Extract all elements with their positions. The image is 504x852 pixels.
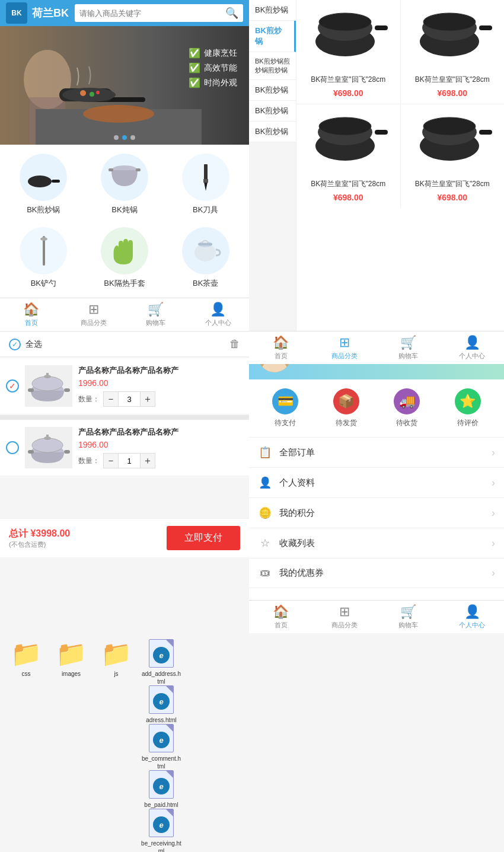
qty-input-0[interactable]: [119, 391, 140, 407]
product-card-0[interactable]: BK荷兰皇室"回飞"28cm ¥698.00: [296, 0, 400, 104]
svg-rect-33: [479, 25, 492, 30]
sidebar-item-1[interactable]: BK煎炒锅: [249, 21, 296, 52]
category-knife[interactable]: BK刀具: [182, 154, 229, 215]
file-0[interactable]: e add_address.html: [141, 639, 181, 685]
favorites-icon: ☆: [258, 537, 272, 550]
banner-dot-2[interactable]: [122, 135, 127, 140]
pnav-home[interactable]: 🏠 首页: [249, 331, 313, 364]
cart-bottom: 总计 ¥3998.00 (不包含运费) 立即支付: [0, 518, 249, 557]
file-3[interactable]: e be_paid.html: [141, 770, 181, 809]
file-css[interactable]: 📁 css: [6, 639, 46, 852]
file-4[interactable]: e be_receiving.html: [141, 809, 181, 852]
file-items-container: e add_address.html e adress.html e be_co…: [141, 639, 181, 852]
category-glove[interactable]: BK隔热手套: [101, 227, 148, 289]
file-js[interactable]: 📁 js: [96, 639, 136, 852]
svg-point-58: [32, 438, 63, 452]
svg-point-52: [32, 376, 63, 391]
product-card-2[interactable]: BK荷兰皇室"回飞"28cm ¥698.00: [296, 104, 400, 208]
favorites-label: 收藏列表: [279, 538, 492, 549]
banner-dot-3[interactable]: [130, 135, 135, 140]
cart-item-0: ✓ 产品名称产品名称产品名称产 1996.00 数量： －: [0, 358, 249, 414]
nav-category[interactable]: ⊞ 商品分类: [62, 298, 125, 331]
qty-input-1[interactable]: [119, 453, 140, 468]
cart-product-price-0: 1996.00: [78, 378, 243, 388]
cart-checkbox-1[interactable]: [6, 441, 19, 454]
cat-label-pot: BK炖锅: [111, 205, 137, 215]
category-pot[interactable]: BK炖锅: [101, 154, 148, 215]
product-card-1[interactable]: BK荷兰皇室"回飞"28cm ¥698.00: [401, 0, 505, 104]
nav-profile[interactable]: 👤 个人中心: [187, 298, 249, 331]
nav-cart[interactable]: 🛒 购物车: [125, 298, 187, 331]
order-pending-ship[interactable]: 📦 待发货: [316, 388, 377, 428]
cart-product-price-1: 1996.00: [78, 440, 243, 449]
product-name-3: BK荷兰皇室"回飞"28cm: [415, 179, 490, 189]
svg-rect-18: [203, 179, 208, 183]
pnav-profile[interactable]: 👤 个人中心: [441, 331, 505, 364]
pot-icon: [107, 161, 142, 194]
pending-review-icon: ⭐: [455, 388, 481, 414]
order-pending-receive[interactable]: 🚚 待收货: [377, 388, 438, 428]
personal-nav-category[interactable]: ⊞ 商品分类: [313, 601, 377, 633]
product-img-2: [307, 110, 390, 175]
pnav-profile-icon: 👤: [464, 335, 480, 350]
sidebar-item-0[interactable]: BK煎炒锅: [249, 0, 296, 21]
pay-button[interactable]: 立即支付: [167, 526, 240, 550]
html-file-icon-1: e: [147, 685, 176, 714]
menu-coupons[interactable]: 🎟 我的优惠券 ›: [249, 559, 504, 588]
file-images[interactable]: 📁 images: [51, 639, 91, 852]
file-js-label: js: [114, 670, 118, 678]
folder-images-icon: 📁: [57, 639, 85, 668]
nav-home[interactable]: 🏠 首页: [0, 298, 62, 331]
profile-icon: 👤: [210, 302, 226, 317]
cat-circle-spatula: [20, 227, 67, 275]
product-img-3: [411, 110, 494, 175]
file-1[interactable]: e adress.html: [141, 685, 181, 724]
search-bar[interactable]: 🔍: [75, 4, 243, 22]
product-card-3[interactable]: BK荷兰皇室"回飞"28cm ¥698.00: [401, 104, 505, 208]
html-file-icon-2: e: [147, 724, 176, 752]
pnav-category[interactable]: ⊞ 商品分类: [313, 331, 377, 364]
personal-nav-cart[interactable]: 🛒 购物车: [377, 601, 441, 633]
sidebar-item-5[interactable]: BK煎炒锅: [249, 122, 296, 142]
menu-all-orders[interactable]: 📋 全部订单 ›: [249, 438, 504, 468]
qty-plus-0[interactable]: ＋: [140, 391, 155, 407]
menu-points[interactable]: 🪙 我的积分 ›: [249, 498, 504, 528]
qty-minus-1[interactable]: －: [103, 453, 119, 468]
sidebar-item-4[interactable]: BK煎炒锅: [249, 101, 296, 122]
order-pending-review[interactable]: ⭐ 待评价: [438, 388, 499, 428]
pending-receive-icon: 🚚: [394, 388, 420, 414]
svg-point-9: [90, 92, 94, 97]
svg-point-10: [96, 91, 100, 94]
profile-label: 个人资料: [279, 477, 492, 489]
menu-profile[interactable]: 👤 个人资料 ›: [249, 468, 504, 498]
product-panel: BK煎炒锅 BK煎炒锅 BK煎炒锅煎炒锅煎炒锅 BK煎炒锅 BK煎炒锅 BK煎炒…: [249, 0, 504, 331]
svg-rect-15: [136, 168, 141, 171]
personal-nav-profile[interactable]: 👤 个人中心: [441, 601, 505, 633]
delete-icon[interactable]: 🗑: [229, 338, 240, 350]
search-input[interactable]: [79, 9, 225, 18]
cart-qty-0: 数量： － ＋: [78, 391, 243, 407]
product-price-2: ¥698.00: [333, 193, 363, 202]
category-pan[interactable]: BK煎炒锅: [20, 154, 67, 215]
file-2[interactable]: e be_comment.html: [141, 724, 181, 770]
sidebar-item-2[interactable]: BK煎炒锅煎炒锅煎炒锅: [249, 52, 296, 80]
product-bottom-nav: 🏠 首页 ⊞ 商品分类 🛒 购物车 👤 个人中心: [249, 331, 504, 364]
select-all-checkbox[interactable]: ✓: [9, 339, 21, 350]
pnav-cart[interactable]: 🛒 购物车: [377, 331, 441, 364]
order-pending-pay[interactable]: 💳 待支付: [255, 388, 316, 428]
category-kettle[interactable]: BK茶壶: [182, 227, 229, 289]
banner-dot-1[interactable]: [114, 135, 119, 140]
coupons-label: 我的优惠券: [279, 567, 492, 579]
qty-minus-0[interactable]: －: [103, 391, 119, 407]
category-spatula[interactable]: BK铲勺: [20, 227, 67, 289]
cat-label-spatula: BK铲勺: [31, 278, 56, 289]
svg-point-30: [319, 13, 371, 31]
personal-nav-home[interactable]: 🏠 首页: [249, 601, 313, 633]
search-icon[interactable]: 🔍: [225, 7, 238, 20]
pending-ship-icon: 📦: [333, 388, 359, 414]
sidebar-item-3[interactable]: BK煎炒锅: [249, 80, 296, 101]
menu-favorites[interactable]: ☆ 收藏列表 ›: [249, 528, 504, 559]
qty-plus-1[interactable]: ＋: [140, 453, 155, 468]
cart-checkbox-0[interactable]: ✓: [6, 379, 19, 393]
file-label-0: add_address.html: [141, 670, 181, 685]
